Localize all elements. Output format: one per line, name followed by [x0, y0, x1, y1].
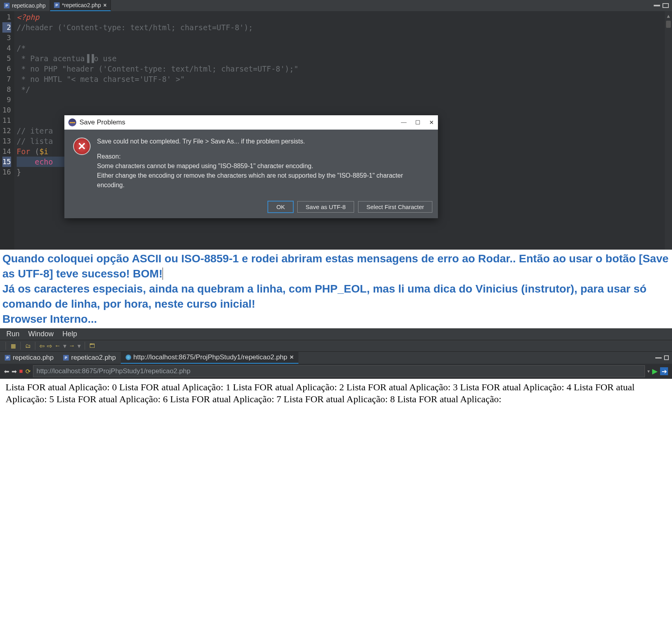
- toolbar-icon[interactable]: 🗂: [25, 343, 31, 349]
- nav-forward-icon[interactable]: →: [69, 342, 75, 349]
- tab-label: repeticao.php: [13, 354, 54, 362]
- nav-back-icon[interactable]: ←: [54, 342, 61, 349]
- browser-tabbar: P repeticao.php P repeticao2.php http://…: [0, 352, 672, 364]
- menu-help[interactable]: Help: [62, 330, 77, 338]
- dialog-message: Save could not be completed. Try File > …: [97, 137, 429, 146]
- toolbar-icon[interactable]: 🗔: [89, 343, 95, 349]
- minimize-icon[interactable]: [654, 5, 660, 6]
- line-gutter: 1 2 3 4 5 6 7 8 9 10 11 12 13 14 15 16: [0, 11, 14, 250]
- dialog-maximize-icon[interactable]: ☐: [415, 119, 420, 126]
- refresh-icon[interactable]: ⟳: [25, 368, 31, 375]
- tab-browser[interactable]: http://localhost:8675/ProjPhpStudy1/repe…: [121, 352, 298, 364]
- php-file-icon: P: [5, 355, 10, 361]
- tab-repeticao2[interactable]: P repeticao2.php: [58, 352, 120, 364]
- php-file-icon: P: [4, 3, 10, 8]
- tab-label: repeticao2.php: [71, 354, 116, 362]
- eclipse-icon: [68, 118, 76, 126]
- select-first-character-button[interactable]: Select First Character: [358, 201, 432, 213]
- scroll-thumb[interactable]: [666, 21, 671, 28]
- save-as-utf8-button[interactable]: Save as UTF-8: [297, 201, 354, 213]
- user-commentary: Quando coloquei opção ASCII ou ISO-8859-…: [0, 250, 672, 328]
- dialog-minimize-icon[interactable]: —: [401, 119, 407, 126]
- menu-run[interactable]: Run: [6, 330, 19, 338]
- dialog-buttons: OK Save as UTF-8 Select First Character: [64, 198, 438, 218]
- open-external-icon[interactable]: ➔: [660, 367, 668, 375]
- tab-repeticao2[interactable]: P *repeticao2.php ×: [50, 0, 111, 11]
- ide-bottom-pane: Run Window Help ▦ 🗂 ⇦ ⇨ ← ▾ → ▾ 🗔 P repe…: [0, 328, 672, 409]
- error-icon: ✕: [73, 138, 91, 155]
- dialog-reason-2: Either change the encoding or remove the…: [97, 171, 429, 190]
- forward-icon[interactable]: ➡: [12, 368, 17, 375]
- ok-button[interactable]: OK: [268, 201, 293, 213]
- tab-close-icon[interactable]: ×: [290, 353, 294, 361]
- tab-close-icon[interactable]: ×: [103, 2, 107, 8]
- dialog-body: ✕ Save could not be completed. Try File …: [64, 130, 438, 198]
- tab-label: repeticao.php: [12, 2, 46, 9]
- nav-back-icon[interactable]: ⇦: [39, 342, 45, 350]
- dialog-title: Save Problems: [79, 118, 125, 126]
- tab-label: http://localhost:8675/ProjPhpStudy1/repe…: [134, 353, 288, 361]
- dialog-close-icon[interactable]: ✕: [429, 119, 434, 126]
- nav-forward-icon[interactable]: ⇨: [47, 342, 52, 350]
- toolbar-icon[interactable]: ▦: [10, 343, 16, 349]
- tab-repeticao[interactable]: P repeticao.php: [0, 352, 58, 364]
- menubar: Run Window Help: [0, 328, 672, 340]
- url-input[interactable]: [33, 365, 645, 377]
- php-file-icon: P: [63, 355, 69, 361]
- globe-icon: [126, 355, 131, 360]
- vertical-scrollbar[interactable]: ▴: [665, 11, 672, 250]
- save-problems-dialog: Save Problems — ☐ ✕ ✕ Save could not be …: [64, 115, 438, 218]
- pane-controls: [654, 0, 672, 11]
- browser-nav: ⬅ ➡ ■ ⟳ ▾ ▶ ➔: [0, 364, 672, 379]
- tab-label: *repeticao2.php: [62, 2, 101, 8]
- url-dropdown-icon[interactable]: ▾: [647, 368, 650, 374]
- maximize-icon[interactable]: [662, 3, 669, 8]
- commentary-p1: Quando coloquei opção ASCII ou ISO-8859-…: [2, 252, 668, 280]
- commentary-p2: Já os caracteres especiais, ainda na que…: [2, 283, 647, 310]
- back-icon[interactable]: ⬅: [4, 368, 9, 375]
- php-file-icon: P: [54, 2, 60, 8]
- editor-pane: P repeticao.php P *repeticao2.php × 1 2 …: [0, 0, 672, 250]
- dialog-reason-1: Some characters cannot be mapped using "…: [97, 161, 429, 171]
- menu-window[interactable]: Window: [28, 330, 54, 338]
- browser-output: Lista FOR atual Aplicação: 0 Lista FOR a…: [0, 379, 672, 409]
- tab-repeticao[interactable]: P repeticao.php: [0, 0, 50, 11]
- dialog-reason-label: Reason:: [97, 152, 429, 161]
- maximize-icon[interactable]: [664, 355, 669, 360]
- toolbar: ▦ 🗂 ⇦ ⇨ ← ▾ → ▾ 🗔: [0, 340, 672, 352]
- stop-icon[interactable]: ■: [19, 368, 23, 375]
- commentary-p3: Browser Interno...: [2, 313, 97, 325]
- go-icon[interactable]: ▶: [652, 367, 658, 376]
- minimize-icon[interactable]: [655, 357, 662, 359]
- dialog-titlebar[interactable]: Save Problems — ☐ ✕: [64, 115, 438, 130]
- editor-tabbar: P repeticao.php P *repeticao2.php ×: [0, 0, 672, 11]
